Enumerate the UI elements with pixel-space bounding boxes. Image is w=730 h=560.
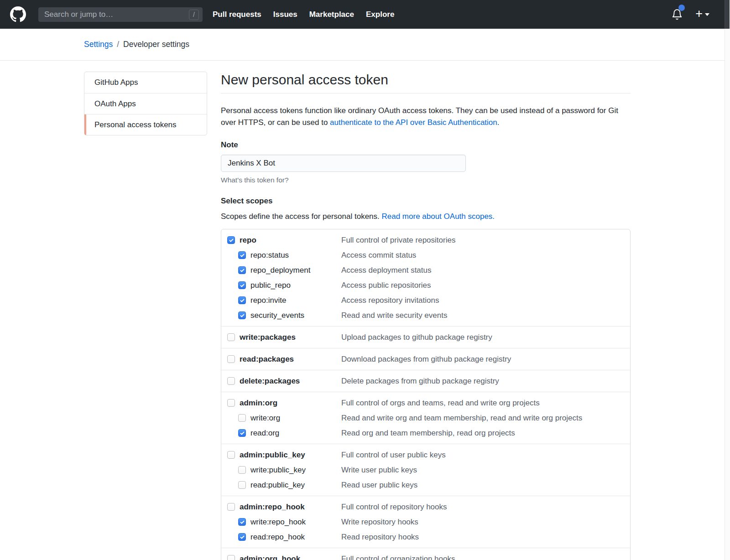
breadcrumb-current: Developer settings xyxy=(123,40,189,49)
scope-row: repo:status Access commit status xyxy=(221,248,630,263)
scope-row: read:public_key Read user public keys xyxy=(221,477,630,493)
scope-checkbox[interactable] xyxy=(238,296,246,304)
scope-checkbox[interactable] xyxy=(227,236,235,244)
scope-row: public_repo Access public repositories xyxy=(221,278,630,293)
breadcrumb-separator: / xyxy=(117,40,119,49)
page-title: New personal access token xyxy=(221,72,631,93)
nav-pull-requests[interactable]: Pull requests xyxy=(213,10,261,19)
note-input[interactable] xyxy=(221,155,466,172)
create-new-button[interactable]: + xyxy=(695,9,709,20)
scope-checkbox[interactable] xyxy=(238,266,246,274)
intro-paragraph: Personal access tokens function like ord… xyxy=(221,105,631,129)
scope-checkbox[interactable] xyxy=(238,518,246,526)
scope-name: read:packages xyxy=(240,355,294,364)
sidebar-item-oauth-apps[interactable]: OAuth Apps xyxy=(84,93,207,114)
scope-name: admin:repo_hook xyxy=(240,503,305,512)
scope-name: read:org xyxy=(250,429,279,438)
scope-checkbox[interactable] xyxy=(227,399,235,407)
scope-row: read:org Read org and team membership, r… xyxy=(221,425,630,441)
scope-name: repo:invite xyxy=(250,296,286,305)
nav-explore[interactable]: Explore xyxy=(366,10,394,19)
scope-name: repo_deployment xyxy=(250,266,310,275)
scope-checkbox[interactable] xyxy=(227,355,235,363)
notifications-bell-icon[interactable] xyxy=(671,9,683,21)
basic-auth-link[interactable]: authenticate to the API over Basic Authe… xyxy=(330,118,497,127)
scope-row: repo_deployment Access deployment status xyxy=(221,263,630,278)
scope-description: Full control of repository hooks xyxy=(341,503,447,512)
scope-name: read:repo_hook xyxy=(250,533,305,542)
sidebar-item-label: Personal access tokens xyxy=(94,120,177,130)
scope-description: Full control of orgs and teams, read and… xyxy=(341,399,540,408)
scope-row: write:public_key Write user public keys xyxy=(221,462,630,477)
scope-description: Access public repositories xyxy=(341,281,431,290)
scope-group: write:packages Upload packages to github… xyxy=(221,326,630,348)
scope-name: security_events xyxy=(250,311,304,320)
scope-description: Access commit status xyxy=(341,251,416,260)
scope-checkbox[interactable] xyxy=(227,333,235,341)
main-nav: Pull requestsIssuesMarketplaceExplore xyxy=(213,0,394,29)
scope-group: admin:org Full control of orgs and teams… xyxy=(221,392,630,444)
search-box[interactable]: / xyxy=(38,7,203,22)
scope-checkbox[interactable] xyxy=(238,429,246,437)
scope-name: admin:org_hook xyxy=(240,555,300,560)
scope-row: write:packages Upload packages to github… xyxy=(221,330,630,345)
scope-name: write:repo_hook xyxy=(250,518,306,527)
scope-description: Write repository hooks xyxy=(341,518,418,527)
scope-row: write:repo_hook Write repository hooks xyxy=(221,514,630,529)
scope-checkbox[interactable] xyxy=(238,414,246,422)
nav-marketplace[interactable]: Marketplace xyxy=(309,10,354,19)
scope-name: admin:public_key xyxy=(240,451,305,460)
scope-name: write:public_key xyxy=(250,466,306,475)
nav-issues[interactable]: Issues xyxy=(273,10,297,19)
scope-row: delete:packages Delete packages from git… xyxy=(221,373,630,389)
sidebar-item-label: OAuth Apps xyxy=(94,99,136,109)
header-right: + xyxy=(671,0,709,29)
scope-group: admin:public_key Full control of user pu… xyxy=(221,444,630,496)
scope-checkbox[interactable] xyxy=(238,533,246,541)
scope-description: Upload packages to github package regist… xyxy=(341,333,492,342)
scope-group: admin:org_hook Full control of organizat… xyxy=(221,548,630,560)
search-input[interactable] xyxy=(39,10,189,19)
sidebar-item-github-apps[interactable]: GitHub Apps xyxy=(84,72,207,93)
scope-checkbox[interactable] xyxy=(238,311,246,319)
scope-table: repo Full control of private repositorie… xyxy=(221,229,631,560)
scope-group: delete:packages Delete packages from git… xyxy=(221,370,630,392)
scope-row: admin:org_hook Full control of organizat… xyxy=(221,551,630,560)
slash-key-hint: / xyxy=(189,10,199,20)
sidebar-item-label: GitHub Apps xyxy=(94,78,138,87)
plus-icon: + xyxy=(695,8,703,20)
scope-description: Download packages from github package re… xyxy=(341,355,511,364)
scope-row: read:packages Download packages from git… xyxy=(221,352,630,367)
scope-checkbox[interactable] xyxy=(238,466,246,474)
scope-checkbox[interactable] xyxy=(238,281,246,289)
scope-checkbox[interactable] xyxy=(238,481,246,489)
scrollbar-track[interactable] xyxy=(725,0,730,560)
scope-row: admin:repo_hook Full control of reposito… xyxy=(221,499,630,514)
scope-name: admin:org xyxy=(240,399,277,408)
scope-row: write:org Read and write org and team me… xyxy=(221,410,630,425)
scope-row: repo Full control of private repositorie… xyxy=(221,233,630,248)
scope-row: security_events Read and write security … xyxy=(221,308,630,323)
scope-name: repo:status xyxy=(250,251,289,260)
scope-row: read:repo_hook Read repository hooks xyxy=(221,529,630,544)
scope-name: delete:packages xyxy=(240,377,300,386)
oauth-scopes-link[interactable]: Read more about OAuth scopes. xyxy=(381,212,495,221)
main-content: New personal access token Personal acces… xyxy=(221,61,631,560)
scope-description: Delete packages from github package regi… xyxy=(341,377,499,386)
app-header: / Pull requestsIssuesMarketplaceExplore … xyxy=(0,0,730,29)
scope-checkbox[interactable] xyxy=(227,555,235,560)
scope-checkbox[interactable] xyxy=(227,503,235,511)
sidebar-item-personal-access-tokens[interactable]: Personal access tokens xyxy=(84,114,207,135)
github-logo-icon[interactable] xyxy=(10,6,26,22)
breadcrumb-settings-link[interactable]: Settings xyxy=(84,40,113,49)
scope-description: Read user public keys xyxy=(341,481,417,490)
scope-group: read:packages Download packages from git… xyxy=(221,348,630,370)
scope-description: Read and write org and team membership, … xyxy=(341,414,582,423)
scope-checkbox[interactable] xyxy=(227,377,235,385)
scope-description: Read repository hooks xyxy=(341,533,419,542)
scope-checkbox[interactable] xyxy=(238,251,246,259)
scope-checkbox[interactable] xyxy=(227,451,235,459)
breadcrumb: Settings / Developer settings xyxy=(0,29,725,61)
scope-description: Read and write security events xyxy=(341,311,447,320)
scope-description: Read org and team membership, read org p… xyxy=(341,429,515,438)
